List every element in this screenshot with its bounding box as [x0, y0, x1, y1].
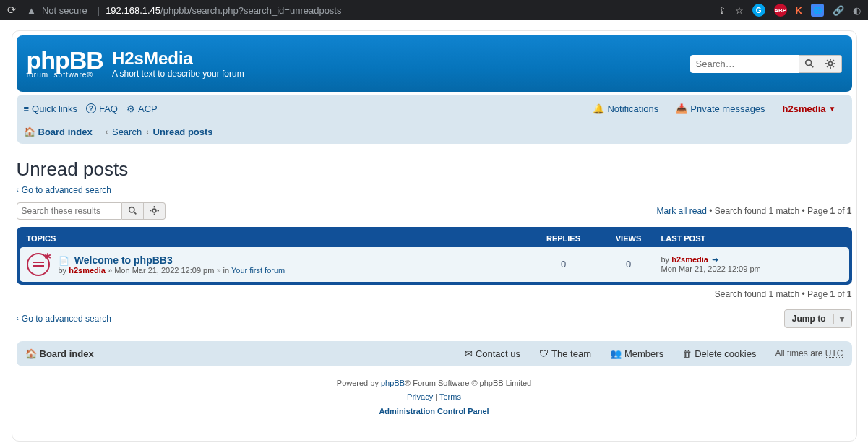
trash-icon: 🗑 — [682, 348, 692, 359]
new-post-icon[interactable]: 📄 — [59, 256, 69, 266]
terms-link[interactable]: Terms — [439, 392, 461, 401]
svg-line-9 — [827, 66, 828, 67]
lastpost-author-link[interactable]: h2smedia — [671, 255, 708, 264]
svg-point-2 — [828, 61, 832, 65]
question-icon: ? — [86, 103, 96, 113]
topic-author-link[interactable]: h2smedia — [69, 266, 106, 275]
adv-search-label: Go to advanced search — [22, 185, 111, 195]
results-count: Search found 1 match — [715, 206, 799, 216]
warning-icon: ▲ — [27, 5, 36, 16]
svg-line-12 — [134, 212, 136, 214]
jump-to-button[interactable]: Jump to ▾ — [784, 309, 852, 328]
topic-unread-icon: ✱ — [27, 253, 50, 276]
search-icon — [128, 206, 137, 215]
timezone-label: All times are UTC — [775, 348, 843, 358]
chevron-left-icon: ‹ — [17, 314, 19, 322]
search-results-input[interactable] — [17, 202, 122, 220]
advanced-search-button[interactable] — [820, 55, 842, 73]
topic-views: 0 — [596, 259, 661, 270]
search-button[interactable] — [799, 55, 820, 73]
extension-abp[interactable]: ABP — [774, 4, 787, 17]
envelope-icon: ✉ — [465, 348, 473, 359]
advanced-search-link[interactable]: ‹ Go to advanced search — [17, 185, 111, 195]
home-icon: 🏠 — [24, 126, 35, 137]
copyright: Powered by phpBB® Forum Software © phpBB… — [17, 366, 852, 429]
extension-translate[interactable]: 🌐 — [811, 4, 824, 17]
gear-icon — [825, 59, 835, 69]
site-title[interactable]: H2sMedia — [112, 48, 244, 69]
user-menu[interactable]: h2smedia ▼ — [783, 103, 836, 114]
browser-extensions: ⇪ ☆ G ABP K 🌐 🔗 ◐ — [718, 4, 861, 17]
page-total: 1 — [847, 206, 852, 216]
reload-icon[interactable]: ⟳ — [7, 4, 17, 17]
goto-lastpost-icon[interactable]: ➜ — [712, 255, 718, 264]
breadcrumb-current: Unread posts — [153, 126, 213, 137]
share-icon[interactable]: ⇪ — [718, 5, 726, 16]
search-input[interactable] — [690, 55, 799, 73]
extension-k[interactable]: K — [796, 5, 802, 16]
svg-line-8 — [833, 66, 834, 67]
breadcrumb-board-index[interactable]: 🏠 Board index — [24, 126, 93, 137]
url[interactable]: 192.168.1.45/phpbb/search.php?search_id=… — [106, 5, 341, 16]
mark-all-read-link[interactable]: Mark all read — [657, 206, 707, 216]
topic-date: Mon Mar 21, 2022 12:09 pm — [114, 266, 214, 275]
footer-nav: 🏠 Board index ✉ Contact us 🛡 The team 👥 … — [17, 341, 852, 366]
team-link[interactable]: 🛡 The team — [539, 348, 591, 359]
nav-bar: ≡ Quick links ? FAQ ⚙ ACP 🔔 Notification… — [17, 95, 852, 144]
search-icon — [804, 59, 815, 69]
page-title: Unread posts — [17, 158, 852, 181]
jump-to-label: Jump to — [792, 314, 826, 324]
bars-icon: ≡ — [24, 103, 30, 114]
topic-forum-link[interactable]: Your first forum — [231, 266, 285, 275]
privacy-link[interactable]: Privacy — [407, 392, 433, 401]
extension-link-icon[interactable]: 🔗 — [833, 5, 844, 16]
breadcrumb-search[interactable]: Search — [112, 126, 142, 137]
search-results-button[interactable] — [122, 202, 144, 220]
not-secure-label: Not secure — [42, 5, 87, 16]
url-path: /phpbb/search.php?search_id=unreadposts — [160, 5, 341, 16]
acp-footer-link[interactable]: Administration Control Panel — [379, 407, 489, 416]
board-index-label: Board index — [38, 126, 93, 137]
caret-down-icon: ▼ — [829, 105, 836, 113]
shield-icon: 🛡 — [539, 348, 549, 359]
members-link[interactable]: 👥 Members — [610, 348, 663, 359]
quick-links-label: Quick links — [32, 103, 77, 114]
topics-table: Topics Replies Views Last post ✱ 📄 Welco… — [17, 227, 852, 285]
header-search — [690, 55, 842, 73]
col-header-replies: Replies — [531, 234, 596, 243]
notifications-link[interactable]: 🔔 Notifications — [593, 103, 658, 114]
delete-cookies-link[interactable]: 🗑 Delete cookies — [682, 348, 756, 359]
extension-g[interactable]: G — [752, 4, 765, 17]
quick-links[interactable]: ≡ Quick links — [24, 103, 77, 114]
username-label: h2smedia — [783, 103, 826, 114]
extension-circle-icon[interactable]: ◐ — [853, 5, 861, 16]
acp-link[interactable]: ⚙ ACP — [126, 103, 158, 114]
svg-point-11 — [129, 207, 134, 212]
phpbb-logo[interactable]: phpBB forum software® — [27, 49, 103, 78]
pm-label: Private messages — [690, 103, 765, 114]
bell-icon: 🔔 — [593, 103, 604, 114]
topic-title-link[interactable]: Welcome to phpBB3 — [74, 254, 173, 266]
svg-point-13 — [152, 209, 156, 212]
col-header-views: Views — [596, 234, 661, 243]
caret-down-icon: ▾ — [833, 314, 844, 324]
footer-board-index[interactable]: 🏠 Board index — [25, 348, 94, 359]
faq-link[interactable]: ? FAQ — [86, 103, 118, 114]
phpbb-link[interactable]: phpBB — [381, 379, 405, 387]
contact-us-link[interactable]: ✉ Contact us — [465, 348, 520, 359]
svg-line-7 — [827, 60, 828, 61]
results-search-box — [17, 202, 166, 220]
private-messages-link[interactable]: 📥 Private messages — [676, 103, 765, 114]
header-bar: phpBB forum software® H2sMedia A short t… — [17, 35, 852, 92]
search-results-adv-button[interactable] — [144, 202, 166, 220]
pagination-bottom: Search found 1 match • Page 1 of 1 — [715, 289, 852, 299]
advanced-search-link-bottom[interactable]: ‹ Go to advanced search — [17, 314, 111, 324]
topic-row[interactable]: ✱ 📄 Welcome to phpBB3 by h2smedia » Mon … — [20, 247, 849, 282]
svg-point-0 — [805, 60, 811, 66]
page-current: 1 — [830, 289, 835, 299]
star-icon[interactable]: ☆ — [735, 5, 744, 16]
timezone-value[interactable]: UTC — [825, 348, 843, 358]
browser-address-bar: ⟳ ▲ Not secure | 192.168.1.45/phpbb/sear… — [0, 0, 868, 20]
acp-label: ACP — [138, 103, 158, 114]
page-total: 1 — [847, 289, 852, 299]
